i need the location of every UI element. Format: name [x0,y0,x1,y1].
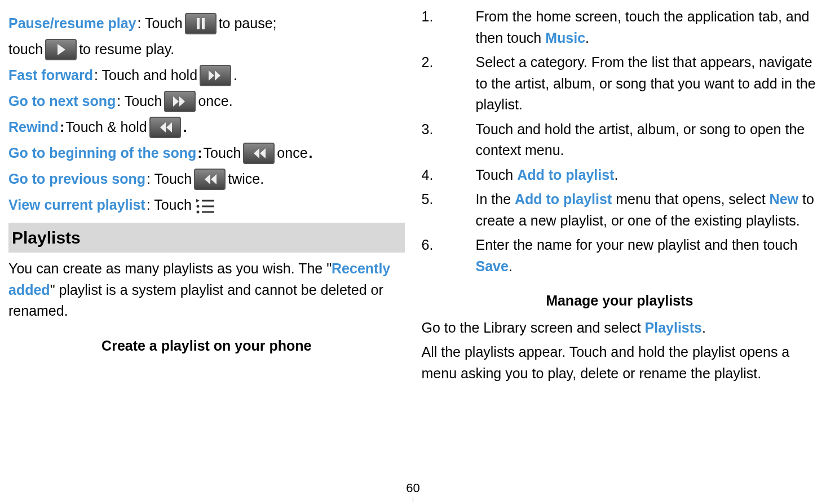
svg-marker-6 [179,96,185,107]
step-number: 6. [422,235,476,277]
text: to resume play. [79,39,174,60]
pause-resume-label: Pause/resume play [8,13,136,34]
text: Touch [204,143,241,164]
page-footer: 60 [0,474,826,504]
footer-tick [413,497,413,502]
playlists-body: You can create as many playlists as you … [8,258,405,322]
steps-list: 1. From the home screen, touch the appli… [422,6,818,277]
step-text: Enter the name for your new playlist and… [476,235,818,277]
beginning-line: Go to beginning of the song : Touch once… [8,143,405,164]
step-text: From the home screen, touch the applicat… [476,6,818,48]
text: : Touch [117,91,162,112]
create-playlist-header: Create a playlist on your phone [8,335,405,357]
step-item: 6. Enter the name for your new playlist … [422,235,818,277]
text: " playlist is a system playlist and cann… [8,282,383,319]
previous-song-label: Go to previous song [8,169,145,190]
svg-point-15 [196,205,199,208]
previous-icon [243,143,275,164]
rewind-icon [149,117,181,138]
svg-marker-13 [196,199,200,202]
text: : Touch [147,194,192,216]
manage-body-1: Go to the Library screen and select Play… [422,317,818,339]
text: . [233,65,237,86]
text: Touch & hold [65,117,147,138]
text: : Touch [138,13,183,34]
play-icon [45,39,77,60]
svg-marker-9 [260,148,266,158]
next-song-line: Go to next song : Touch once. [8,91,405,112]
step-text: Touch Add to playlist. [476,165,818,186]
manage-body-2: All the playlists appear. Touch and hold… [422,342,818,384]
text: to pause; [219,13,277,34]
resume-line: touch to resume play. [8,39,405,60]
previous-song-line: Go to previous song : Touch twice. [8,169,405,190]
text: : [60,117,64,138]
playlists-header: Playlists [8,223,405,253]
step-text: Touch and hold the artist, album, or son… [476,119,818,161]
rewind-line: Rewind : Touch & hold . [8,117,405,138]
svg-marker-10 [254,148,259,158]
text: touch [8,39,43,60]
svg-marker-7 [166,122,172,132]
manage-playlists-header: Manage your playlists [422,290,818,312]
pause-resume-line: Pause/resume play : Touch to pause; [8,13,405,34]
step-number: 3. [422,119,476,161]
step-item: 1. From the home screen, touch the appli… [422,6,818,48]
text: once [277,143,307,164]
list-icon [193,194,218,216]
right-column: 1. From the home screen, touch the appli… [413,0,827,474]
svg-rect-0 [197,18,200,29]
step-item: 2. Select a category. From the list that… [422,52,818,116]
fast-forward-icon [200,65,231,86]
left-column: Pause/resume play : Touch to pause; touc… [0,0,413,474]
text: twice. [228,169,264,190]
pause-icon [185,13,217,34]
text: : Touch [147,169,192,190]
text: . [309,143,313,164]
step-text: Select a category. From the list that ap… [476,52,818,116]
step-item: 4. Touch Add to playlist. [422,165,818,186]
page-content: Pause/resume play : Touch to pause; touc… [0,0,826,474]
svg-point-17 [196,211,199,214]
svg-marker-8 [160,122,166,132]
text: . [183,117,187,138]
step-number: 5. [422,189,476,231]
rewind-label: Rewind [8,117,59,138]
step-item: 3. Touch and hold the artist, album, or … [422,119,818,161]
svg-marker-12 [205,174,210,184]
fast-forward-line: Fast forward : Touch and hold . [8,65,405,86]
svg-marker-2 [58,44,65,55]
step-text: In the Add to playlist menu that opens, … [476,189,818,231]
text: once. [198,91,232,112]
svg-marker-5 [173,96,179,107]
text: : Touch and hold [94,65,197,86]
step-number: 1. [422,6,476,48]
text: : [197,143,202,164]
text: You can create as many playlists as you … [8,260,332,276]
view-playlist-line: View current playlist : Touch [8,194,405,216]
step-number: 2. [422,52,476,116]
next-icon [164,91,196,112]
view-playlist-label: View current playlist [8,194,145,216]
next-song-label: Go to next song [8,91,116,112]
page-number: 60 [406,481,419,495]
step-number: 4. [422,165,476,186]
svg-marker-4 [215,70,220,81]
svg-marker-3 [209,70,214,81]
svg-marker-11 [211,174,217,184]
svg-rect-1 [202,18,205,29]
previous-icon [194,169,226,190]
step-item: 5. In the Add to playlist menu that open… [422,189,818,231]
beginning-label: Go to beginning of the song [8,143,196,164]
fast-forward-label: Fast forward [8,65,93,86]
